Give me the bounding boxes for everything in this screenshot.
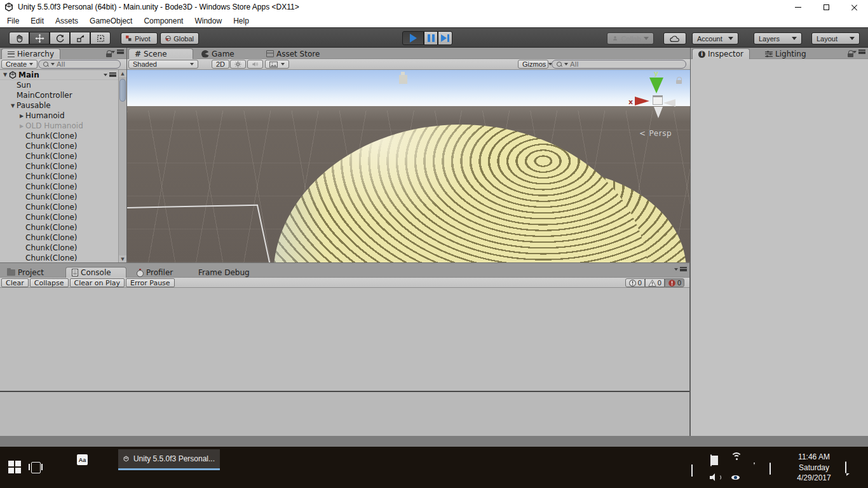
console-log-area[interactable]: [0, 288, 689, 391]
maximize-button[interactable]: [812, 0, 840, 14]
gizmos-dropdown[interactable]: Gizmos: [518, 60, 548, 69]
hierarchy-item[interactable]: ▼Pausable: [0, 100, 119, 111]
scene-search-input[interactable]: All: [552, 60, 686, 69]
scene-gizmo-cube[interactable]: [653, 95, 663, 105]
hierarchy-search-input[interactable]: All: [38, 60, 121, 69]
scene-effects-dropdown[interactable]: [265, 60, 289, 69]
error-count-button[interactable]: 0: [665, 278, 684, 287]
tab-frame-debug[interactable]: Frame Debug: [193, 267, 255, 278]
menu-edit[interactable]: Edit: [25, 17, 50, 25]
account-dropdown[interactable]: Account: [692, 32, 738, 44]
projection-toggle[interactable]: < Persp: [639, 129, 672, 138]
hierarchy-item[interactable]: Chunk(Clone): [0, 151, 119, 161]
collab-dropdown[interactable]: Collab: [607, 32, 654, 44]
tab-profiler[interactable]: Profiler: [130, 267, 179, 278]
dictionary-taskbar-button[interactable]: Aa: [77, 454, 88, 465]
tab-lighting[interactable]: Lighting: [759, 48, 812, 59]
play-button[interactable]: [402, 31, 424, 45]
hierarchy-item[interactable]: ▶Humanoid: [0, 111, 119, 121]
tab-hierarchy[interactable]: Hierarchy: [1, 48, 60, 59]
hierarchy-item[interactable]: Chunk(Clone): [0, 182, 119, 192]
pause-button[interactable]: [424, 31, 438, 45]
console-collapse-button[interactable]: Collapse: [30, 278, 69, 287]
scene-pane-menu[interactable]: [104, 72, 116, 77]
scene-lighting-toggle[interactable]: [230, 60, 246, 69]
axis-x-cone-icon[interactable]: [635, 97, 649, 105]
console-clear-button[interactable]: Clear: [1, 278, 29, 287]
hierarchy-item[interactable]: Chunk(Clone): [0, 192, 119, 202]
inspector-pane-menu[interactable]: [853, 50, 865, 54]
create-button[interactable]: Create: [1, 60, 37, 69]
foldout-down-icon[interactable]: ▼: [9, 103, 17, 109]
foldout-right-icon[interactable]: ▶: [18, 113, 25, 119]
tab-scene[interactable]: # Scene: [128, 48, 193, 59]
hierarchy-scrollbar[interactable]: ▲ ▼: [118, 70, 126, 262]
tab-project[interactable]: Project: [1, 267, 50, 278]
hierarchy-item-label: Sun: [17, 81, 31, 90]
axis-y-cone-icon[interactable]: [649, 78, 663, 93]
hierarchy-item[interactable]: Chunk(Clone): [0, 131, 119, 141]
minimize-button[interactable]: [784, 0, 812, 14]
hierarchy-item[interactable]: Chunk(Clone): [0, 222, 119, 233]
hierarchy-item[interactable]: Chunk(Clone): [0, 161, 119, 172]
inspector-tabstrip: i Inspector Lighting: [691, 48, 868, 59]
move-tool-button[interactable]: [29, 32, 50, 44]
scroll-up-icon[interactable]: ▲: [119, 70, 126, 77]
cloud-services-button[interactable]: [663, 32, 686, 44]
axis-z-cone-icon[interactable]: [663, 99, 675, 107]
tab-inspector[interactable]: i Inspector: [692, 48, 750, 59]
menu-window[interactable]: Window: [189, 17, 227, 25]
menu-help[interactable]: Help: [227, 17, 255, 25]
close-button[interactable]: [840, 0, 868, 14]
scale-tool-button[interactable]: [70, 32, 90, 44]
scene-viewport[interactable]: y x < Persp: [127, 70, 690, 262]
rect-tool-button[interactable]: [90, 32, 111, 44]
hierarchy-item[interactable]: Chunk(Clone): [0, 172, 119, 182]
hierarchy-item[interactable]: Chunk(Clone): [0, 253, 119, 262]
foldout-right-icon[interactable]: ▶: [18, 123, 25, 129]
hierarchy-item[interactable]: MainController: [0, 90, 119, 100]
tray-expand-button[interactable]: [691, 466, 693, 477]
menu-file[interactable]: File: [1, 17, 25, 25]
menu-assets[interactable]: Assets: [50, 17, 84, 25]
hierarchy-pane-menu[interactable]: [111, 50, 124, 54]
hierarchy-item[interactable]: Chunk(Clone): [0, 212, 119, 222]
console-clear-on-play-button[interactable]: Clear on Play: [70, 278, 125, 287]
menu-gameobject[interactable]: GameObject: [84, 17, 138, 25]
warning-count-button[interactable]: 0: [645, 278, 665, 287]
hierarchy-item[interactable]: ▶OLD Humanoid: [0, 121, 119, 131]
hierarchy-item[interactable]: Chunk(Clone): [0, 141, 119, 151]
hierarchy-item[interactable]: Chunk(Clone): [0, 202, 119, 212]
taskbar-clock[interactable]: 11:46 AM Saturday 4/29/2017: [787, 452, 841, 484]
scrollbar-thumb[interactable]: [119, 79, 126, 102]
toggle-2d-button[interactable]: 2D: [212, 60, 229, 69]
tab-game[interactable]: Game: [196, 48, 240, 59]
hierarchy-item[interactable]: Chunk(Clone): [0, 233, 119, 243]
layout-dropdown[interactable]: Layout: [811, 32, 860, 44]
hierarchy-item[interactable]: Sun: [0, 80, 119, 90]
console-error-pause-button[interactable]: Error Pause: [126, 278, 175, 287]
global-toggle-button[interactable]: Global: [160, 32, 199, 44]
foldout-down-icon[interactable]: ▼: [1, 72, 9, 78]
rotate-tool-button[interactable]: [50, 32, 70, 44]
step-button[interactable]: [438, 31, 452, 45]
scroll-down-icon[interactable]: ▼: [119, 255, 126, 262]
layers-dropdown[interactable]: Layers: [754, 32, 802, 44]
scene-header-row[interactable]: ▼ Main: [0, 70, 119, 80]
axis-down-cone-icon[interactable]: [654, 107, 663, 118]
hierarchy-item[interactable]: Chunk(Clone): [0, 243, 119, 253]
menu-component[interactable]: Component: [138, 17, 189, 25]
tab-console[interactable]: Console: [65, 267, 126, 278]
action-center-button[interactable]: [845, 462, 846, 473]
pivot-toggle-button[interactable]: Pivot: [121, 32, 158, 44]
start-button[interactable]: [8, 461, 22, 474]
touch-keyboard-button[interactable]: [770, 463, 771, 475]
battery-tray-button[interactable]: [710, 455, 712, 466]
hand-tool-button[interactable]: [9, 32, 29, 44]
tab-asset-store[interactable]: Asset Store: [261, 48, 325, 59]
scene-audio-toggle[interactable]: [247, 60, 263, 69]
info-count-button[interactable]: 0: [625, 278, 645, 287]
console-pane-menu[interactable]: [674, 267, 687, 271]
draw-mode-dropdown[interactable]: Shaded: [128, 60, 198, 69]
unity-taskbar-button[interactable]: Unity 5.5.0f3 Personal...: [118, 449, 220, 470]
